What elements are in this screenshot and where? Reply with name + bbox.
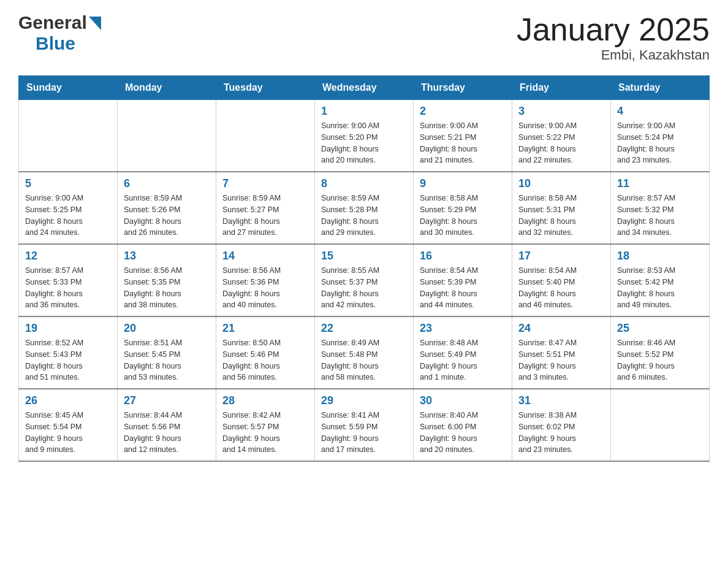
day-number: 24 <box>518 322 604 335</box>
day-number: 10 <box>518 177 604 190</box>
day-number: 15 <box>321 250 407 262</box>
day-number: 18 <box>617 250 703 262</box>
day-number: 7 <box>222 177 308 190</box>
day-number: 3 <box>518 105 604 118</box>
calendar-cell: 28Sunrise: 8:42 AM Sunset: 5:57 PM Dayli… <box>216 389 315 461</box>
day-info: Sunrise: 8:59 AM Sunset: 5:27 PM Dayligh… <box>222 193 308 239</box>
day-header-monday: Monday <box>118 76 216 100</box>
day-info: Sunrise: 8:55 AM Sunset: 5:37 PM Dayligh… <box>321 265 407 311</box>
svg-marker-0 <box>89 17 101 30</box>
day-number: 2 <box>420 105 506 118</box>
calendar-cell: 24Sunrise: 8:47 AM Sunset: 5:51 PM Dayli… <box>512 316 611 389</box>
day-header-wednesday: Wednesday <box>315 76 414 100</box>
day-info: Sunrise: 8:57 AM Sunset: 5:33 PM Dayligh… <box>25 265 111 311</box>
calendar-cell: 16Sunrise: 8:54 AM Sunset: 5:39 PM Dayli… <box>414 244 512 316</box>
day-number: 8 <box>321 177 407 190</box>
day-number: 16 <box>420 250 506 262</box>
calendar-cell <box>611 389 710 461</box>
calendar-cell <box>118 100 216 172</box>
calendar-cell: 5Sunrise: 9:00 AM Sunset: 5:25 PM Daylig… <box>19 172 118 244</box>
day-header-friday: Friday <box>512 76 611 100</box>
calendar-cell: 12Sunrise: 8:57 AM Sunset: 5:33 PM Dayli… <box>19 244 118 316</box>
day-info: Sunrise: 8:54 AM Sunset: 5:39 PM Dayligh… <box>420 265 506 311</box>
day-info: Sunrise: 8:47 AM Sunset: 5:51 PM Dayligh… <box>518 337 604 383</box>
calendar-cell: 20Sunrise: 8:51 AM Sunset: 5:45 PM Dayli… <box>118 316 216 389</box>
day-number: 28 <box>222 394 308 407</box>
page-header: General Blue January 2025 Embi, Kazakhst… <box>18 12 710 63</box>
day-number: 13 <box>124 250 210 262</box>
day-header-sunday: Sunday <box>19 76 118 100</box>
calendar-header: SundayMondayTuesdayWednesdayThursdayFrid… <box>19 76 710 100</box>
day-info: Sunrise: 8:57 AM Sunset: 5:32 PM Dayligh… <box>617 193 703 239</box>
day-info: Sunrise: 8:41 AM Sunset: 5:59 PM Dayligh… <box>321 410 407 456</box>
day-header-tuesday: Tuesday <box>216 76 315 100</box>
day-number: 6 <box>124 177 210 190</box>
logo-blue-text: Blue <box>36 33 75 53</box>
calendar-cell: 30Sunrise: 8:40 AM Sunset: 6:00 PM Dayli… <box>414 389 512 461</box>
logo-triangle-icon <box>89 17 101 33</box>
day-number: 26 <box>25 394 111 407</box>
day-info: Sunrise: 8:54 AM Sunset: 5:40 PM Dayligh… <box>518 265 604 311</box>
day-info: Sunrise: 8:58 AM Sunset: 5:29 PM Dayligh… <box>420 193 506 239</box>
day-info: Sunrise: 9:00 AM Sunset: 5:21 PM Dayligh… <box>420 120 506 166</box>
day-number: 20 <box>124 322 210 335</box>
calendar-cell: 9Sunrise: 8:58 AM Sunset: 5:29 PM Daylig… <box>414 172 512 244</box>
calendar-table: SundayMondayTuesdayWednesdayThursdayFrid… <box>18 75 710 462</box>
day-info: Sunrise: 9:00 AM Sunset: 5:22 PM Dayligh… <box>518 120 604 166</box>
day-info: Sunrise: 8:56 AM Sunset: 5:36 PM Dayligh… <box>222 265 308 311</box>
calendar-cell <box>216 100 315 172</box>
page-title: January 2025 <box>517 12 710 47</box>
calendar-cell: 14Sunrise: 8:56 AM Sunset: 5:36 PM Dayli… <box>216 244 315 316</box>
day-info: Sunrise: 8:59 AM Sunset: 5:26 PM Dayligh… <box>124 193 210 239</box>
day-number: 23 <box>420 322 506 335</box>
day-number: 19 <box>25 322 111 335</box>
calendar-cell: 15Sunrise: 8:55 AM Sunset: 5:37 PM Dayli… <box>315 244 414 316</box>
day-number: 4 <box>617 105 703 118</box>
calendar-cell: 1Sunrise: 9:00 AM Sunset: 5:20 PM Daylig… <box>315 100 414 172</box>
calendar-cell: 31Sunrise: 8:38 AM Sunset: 6:02 PM Dayli… <box>512 389 611 461</box>
logo-general-text: General <box>18 12 87 33</box>
day-header-saturday: Saturday <box>611 76 710 100</box>
calendar-cell: 22Sunrise: 8:49 AM Sunset: 5:48 PM Dayli… <box>315 316 414 389</box>
calendar-cell: 10Sunrise: 8:58 AM Sunset: 5:31 PM Dayli… <box>512 172 611 244</box>
day-info: Sunrise: 8:59 AM Sunset: 5:28 PM Dayligh… <box>321 193 407 239</box>
calendar-cell: 21Sunrise: 8:50 AM Sunset: 5:46 PM Dayli… <box>216 316 315 389</box>
day-number: 9 <box>420 177 506 190</box>
day-number: 27 <box>124 394 210 407</box>
days-of-week-row: SundayMondayTuesdayWednesdayThursdayFrid… <box>19 76 710 100</box>
day-info: Sunrise: 9:00 AM Sunset: 5:20 PM Dayligh… <box>321 120 407 166</box>
calendar-cell: 13Sunrise: 8:56 AM Sunset: 5:35 PM Dayli… <box>118 244 216 316</box>
day-number: 30 <box>420 394 506 407</box>
day-info: Sunrise: 8:56 AM Sunset: 5:35 PM Dayligh… <box>124 265 210 311</box>
calendar-cell: 23Sunrise: 8:48 AM Sunset: 5:49 PM Dayli… <box>414 316 512 389</box>
logo: General Blue <box>18 12 101 54</box>
calendar-cell: 3Sunrise: 9:00 AM Sunset: 5:22 PM Daylig… <box>512 100 611 172</box>
day-info: Sunrise: 8:45 AM Sunset: 5:54 PM Dayligh… <box>25 410 111 456</box>
calendar-cell: 4Sunrise: 9:00 AM Sunset: 5:24 PM Daylig… <box>611 100 710 172</box>
title-block: January 2025 Embi, Kazakhstan <box>517 12 710 63</box>
calendar-cell: 25Sunrise: 8:46 AM Sunset: 5:52 PM Dayli… <box>611 316 710 389</box>
day-info: Sunrise: 8:44 AM Sunset: 5:56 PM Dayligh… <box>124 410 210 456</box>
calendar-cell: 17Sunrise: 8:54 AM Sunset: 5:40 PM Dayli… <box>512 244 611 316</box>
day-info: Sunrise: 8:40 AM Sunset: 6:00 PM Dayligh… <box>420 410 506 456</box>
calendar-cell: 2Sunrise: 9:00 AM Sunset: 5:21 PM Daylig… <box>414 100 512 172</box>
day-info: Sunrise: 8:49 AM Sunset: 5:48 PM Dayligh… <box>321 337 407 383</box>
day-number: 5 <box>25 177 111 190</box>
day-info: Sunrise: 8:42 AM Sunset: 5:57 PM Dayligh… <box>222 410 308 456</box>
day-info: Sunrise: 8:51 AM Sunset: 5:45 PM Dayligh… <box>124 337 210 383</box>
day-number: 12 <box>25 250 111 262</box>
day-number: 22 <box>321 322 407 335</box>
calendar-cell: 8Sunrise: 8:59 AM Sunset: 5:28 PM Daylig… <box>315 172 414 244</box>
calendar-cell <box>19 100 118 172</box>
week-row-4: 19Sunrise: 8:52 AM Sunset: 5:43 PM Dayli… <box>19 316 710 389</box>
calendar-cell: 27Sunrise: 8:44 AM Sunset: 5:56 PM Dayli… <box>118 389 216 461</box>
calendar-cell: 29Sunrise: 8:41 AM Sunset: 5:59 PM Dayli… <box>315 389 414 461</box>
week-row-5: 26Sunrise: 8:45 AM Sunset: 5:54 PM Dayli… <box>19 389 710 461</box>
page-subtitle: Embi, Kazakhstan <box>517 47 710 63</box>
calendar-cell: 6Sunrise: 8:59 AM Sunset: 5:26 PM Daylig… <box>118 172 216 244</box>
week-row-2: 5Sunrise: 9:00 AM Sunset: 5:25 PM Daylig… <box>19 172 710 244</box>
day-header-thursday: Thursday <box>414 76 512 100</box>
day-number: 21 <box>222 322 308 335</box>
day-info: Sunrise: 8:48 AM Sunset: 5:49 PM Dayligh… <box>420 337 506 383</box>
calendar-cell: 11Sunrise: 8:57 AM Sunset: 5:32 PM Dayli… <box>611 172 710 244</box>
